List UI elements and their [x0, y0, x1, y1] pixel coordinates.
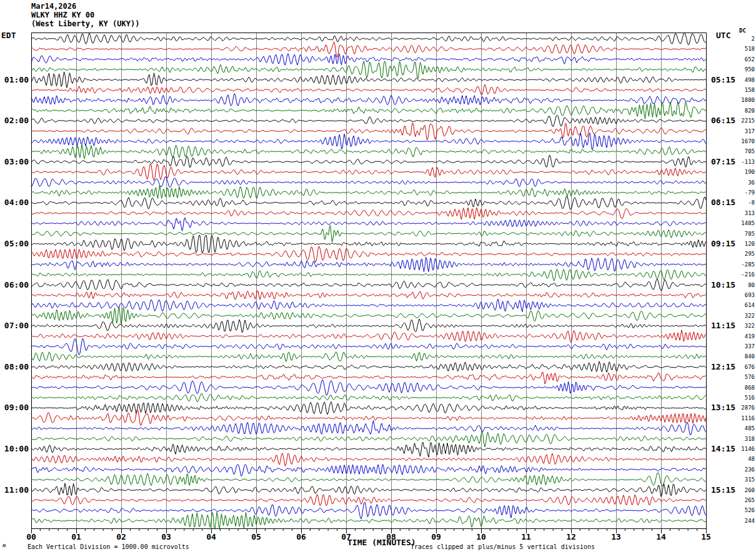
trace-row [31, 307, 706, 324]
dc-offset-value: 652 [719, 56, 755, 63]
edt-time-label: 01:00 [0, 76, 29, 84]
x-tick-label: 09 [427, 533, 445, 541]
dc-offset-value: 265 [719, 497, 755, 503]
edt-time-label: 08:00 [0, 363, 29, 371]
dc-offset-value: 868 [719, 385, 755, 391]
x-tick-label: 10 [472, 533, 490, 541]
x-tick-label: 03 [157, 533, 176, 541]
dc-offset-value: 337 [719, 343, 755, 350]
vertical-scale-note: Each Vertical Division = 1000.00 microvo… [27, 543, 189, 550]
trace-row [31, 218, 706, 231]
dc-offset-value: 1146 [719, 446, 755, 452]
dc-offset-value: 576 [719, 374, 755, 380]
trace-row [31, 42, 706, 58]
edt-time-label: 07:00 [0, 321, 29, 330]
edt-time-label: 02:00 [0, 116, 29, 125]
minute-gridlines [77, 33, 662, 528]
dc-offset-value: 313 [719, 210, 755, 216]
trace-row [31, 133, 706, 150]
trace-row [31, 269, 706, 281]
trace-row [31, 72, 706, 88]
dc-offset-value: 317 [719, 128, 755, 134]
x-tick-label: 05 [247, 533, 266, 541]
x-tick-label: 04 [202, 533, 221, 541]
x-tick-label: 15 [697, 533, 715, 541]
clipping-note: Traces clipped at plus/minus 5 vertical … [410, 543, 595, 550]
edt-time-label: 06:00 [0, 281, 29, 290]
trace-row [31, 502, 706, 519]
trace-row [31, 196, 706, 209]
trace-row [31, 33, 706, 44]
dc-offset-value: 36 [719, 179, 755, 186]
x-tick-label: 12 [562, 533, 580, 541]
trace-row [31, 442, 706, 457]
trace-row [31, 402, 706, 415]
trace-row [31, 410, 706, 426]
trace-row [31, 236, 706, 253]
x-tick-label: 11 [517, 533, 535, 541]
dc-offset-value: 80 [719, 282, 755, 288]
trace-row [31, 144, 706, 159]
trace-row [31, 361, 706, 372]
trace-row [31, 185, 706, 198]
dc-offset-value: 322 [719, 323, 755, 329]
dc-offset-value: 485 [719, 425, 755, 431]
trace-rows [31, 33, 706, 529]
dc-offset-value: -113 [719, 159, 755, 165]
trace-row [31, 177, 706, 188]
dc-offset-value: 244 [719, 518, 755, 524]
trace-row [31, 61, 706, 78]
trace-row [31, 155, 706, 168]
dc-offset-value: -79 [719, 189, 755, 196]
trace-row [31, 164, 706, 181]
dc-offset-value: 498 [719, 77, 755, 83]
trace-row [31, 258, 706, 272]
trace-row [31, 225, 706, 242]
dc-offset-value: 190 [719, 169, 755, 175]
trace-row [31, 453, 706, 466]
dc-offset-value: 158 [719, 87, 755, 93]
trace-row [31, 54, 706, 66]
x-tick-label: 02 [112, 533, 131, 541]
x-tick-label: 14 [652, 533, 670, 541]
dc-offset-value: -8 [719, 199, 755, 206]
dc-offset-value: -216 [719, 271, 755, 278]
dc-offset-value: 2 [719, 36, 755, 42]
dc-offset-value: 322 [719, 313, 755, 319]
trace-row [31, 115, 706, 126]
trace-row [31, 372, 706, 384]
trace-row [31, 431, 706, 446]
x-tick-label: 06 [292, 533, 311, 541]
dc-offset-value: 785 [719, 231, 755, 237]
dc-offset-value: 614 [719, 302, 755, 308]
dc-offset-value: 1880 [719, 97, 755, 103]
x-tick-label: 00 [22, 533, 41, 541]
trace-row [31, 208, 706, 219]
dc-offset-value: 526 [719, 507, 755, 513]
trace-row [31, 393, 706, 401]
edt-time-label: 04:00 [0, 198, 29, 207]
edt-time-label: 10:00 [0, 445, 29, 453]
trace-row [31, 495, 706, 506]
edt-time-label: 11:00 [0, 486, 29, 495]
dc-offset-value: 518 [719, 46, 755, 52]
logo-glyph: ʍ [2, 542, 6, 548]
dc-offset-value: 295 [719, 251, 755, 257]
edt-time-label: 09:00 [0, 403, 29, 412]
trace-row [31, 483, 706, 497]
trace-row [31, 473, 706, 486]
dc-offset-value: 236 [719, 466, 755, 473]
dc-offset-value: 120 [719, 241, 755, 247]
dc-offset-value: 1116 [719, 415, 755, 421]
dc-offset-value: 1485 [719, 220, 755, 226]
trace-row [31, 102, 706, 119]
trace-row [31, 464, 706, 476]
trace-row [31, 279, 706, 291]
trace-row [31, 380, 706, 395]
dc-offset-value: 950 [719, 66, 755, 73]
dc-offset-value: 315 [719, 476, 755, 483]
seismogram-plot [0, 0, 756, 554]
dc-offset-value: 419 [719, 333, 755, 340]
edt-time-label: 03:00 [0, 158, 29, 166]
x-tick-label: 13 [607, 533, 625, 541]
